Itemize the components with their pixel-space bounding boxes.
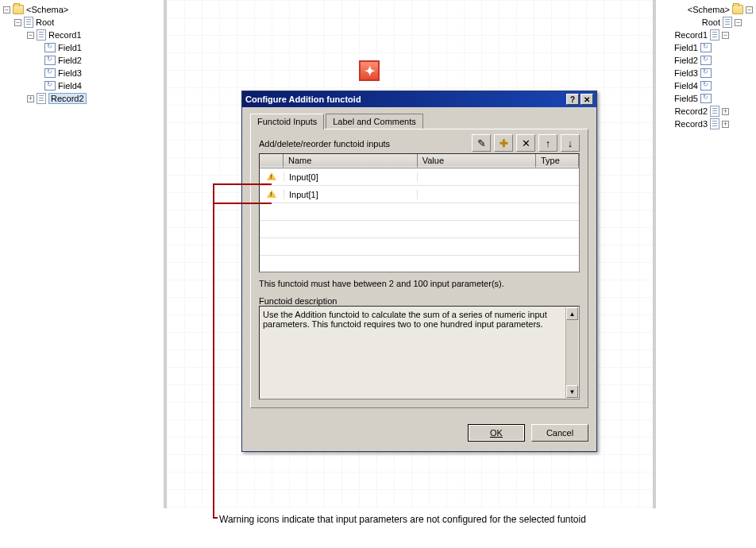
expand-toggle[interactable]: − bbox=[722, 32, 729, 39]
canvas-left-edge bbox=[164, 0, 167, 508]
schema-node-label[interactable]: <Schema> bbox=[26, 5, 68, 14]
folder-icon bbox=[13, 5, 24, 14]
expand-toggle[interactable]: + bbox=[722, 108, 729, 115]
field-icon bbox=[44, 68, 56, 78]
expand-toggle[interactable]: − bbox=[14, 19, 21, 26]
col-name[interactable]: Name bbox=[284, 154, 418, 168]
col-type[interactable]: Type bbox=[536, 154, 579, 168]
field-icon bbox=[44, 56, 56, 65]
warning-icon bbox=[267, 172, 276, 180]
field-icon bbox=[700, 81, 712, 91]
scroll-down-icon[interactable]: ▼ bbox=[566, 385, 578, 398]
record-icon bbox=[710, 118, 719, 129]
callout-line bbox=[213, 183, 272, 185]
record-icon bbox=[37, 93, 46, 104]
field-node-label[interactable]: Field4 bbox=[674, 81, 698, 91]
field-icon bbox=[700, 43, 712, 52]
callout-line bbox=[213, 203, 272, 204]
field-node-label[interactable]: Field3 bbox=[58, 68, 82, 78]
delete-input-button[interactable]: ✕ bbox=[516, 134, 535, 152]
record-icon bbox=[710, 29, 719, 41]
expand-toggle[interactable]: + bbox=[722, 121, 729, 128]
move-down-button[interactable]: ↓ bbox=[561, 134, 580, 152]
description-textarea[interactable]: Use the Addition functoid to calculate t… bbox=[259, 306, 580, 399]
schema-node-label[interactable]: <Schema> bbox=[688, 5, 730, 14]
field-node-label[interactable]: Field1 bbox=[674, 43, 698, 52]
dialog-titlebar[interactable]: Configure Addition functoid ? ✕ bbox=[242, 91, 596, 107]
field-icon bbox=[44, 43, 56, 52]
close-button[interactable]: ✕ bbox=[580, 94, 593, 105]
edit-input-button[interactable]: ✎ bbox=[472, 134, 491, 152]
record-node-label[interactable]: Record1 bbox=[674, 30, 708, 40]
callout-line bbox=[213, 517, 218, 519]
callout-caption: Warning icons indicate that input parame… bbox=[219, 513, 592, 527]
expand-toggle[interactable]: − bbox=[3, 6, 10, 14]
inputs-grid[interactable]: Name Value Type Input[0] Input[1] bbox=[259, 153, 580, 272]
col-icon[interactable] bbox=[260, 154, 284, 168]
cancel-button[interactable]: Cancel bbox=[531, 424, 588, 442]
source-schema-tree[interactable]: − <Schema> − Root − Record1 Field1 Field… bbox=[3, 3, 162, 105]
document-icon bbox=[24, 17, 33, 28]
field-icon bbox=[44, 81, 56, 91]
input-name: Input[0] bbox=[284, 172, 418, 182]
field-icon bbox=[700, 56, 712, 65]
record-icon bbox=[710, 106, 719, 117]
field-node-label[interactable]: Field3 bbox=[674, 68, 698, 78]
help-button[interactable]: ? bbox=[566, 94, 579, 105]
scroll-up-icon[interactable]: ▲ bbox=[566, 307, 578, 320]
input-name: Input[1] bbox=[284, 190, 418, 199]
move-up-button[interactable]: ↑ bbox=[538, 134, 557, 152]
record-node-label[interactable]: Record2 bbox=[674, 106, 708, 116]
record-icon bbox=[37, 29, 46, 41]
field-node-label[interactable]: Field1 bbox=[58, 43, 82, 52]
input-row[interactable]: Input[0] bbox=[260, 168, 579, 186]
ok-button[interactable]: OK bbox=[468, 424, 525, 442]
tab-functoid-inputs[interactable]: Functoid Inputs bbox=[250, 114, 324, 129]
root-node-label[interactable]: Root bbox=[702, 17, 720, 27]
expand-toggle[interactable]: − bbox=[735, 19, 742, 26]
warning-icon bbox=[267, 190, 276, 198]
dialog-title: Configure Addition functoid bbox=[245, 95, 361, 104]
field-node-label[interactable]: Field2 bbox=[58, 56, 82, 65]
expand-toggle[interactable]: − bbox=[746, 6, 753, 14]
tab-label-comments[interactable]: Label and Comments bbox=[326, 114, 423, 129]
description-label: Functoid description bbox=[259, 296, 580, 306]
configure-functoid-dialog: Configure Addition functoid ? ✕ Functoid… bbox=[241, 91, 597, 452]
callout-line bbox=[213, 183, 214, 517]
canvas-right-edge bbox=[653, 0, 656, 508]
field-icon bbox=[700, 94, 712, 103]
destination-schema-tree[interactable]: − <Schema> − Root − Record1 Field1 Field… bbox=[658, 3, 753, 130]
col-value[interactable]: Value bbox=[418, 154, 536, 168]
addition-functoid[interactable]: ✦ bbox=[359, 60, 380, 81]
field-node-label[interactable]: Field5 bbox=[674, 94, 698, 103]
root-node-label[interactable]: Root bbox=[36, 17, 54, 27]
record-node-label[interactable]: Record3 bbox=[674, 119, 708, 129]
field-icon bbox=[700, 68, 712, 78]
description-text: Use the Addition functoid to calculate t… bbox=[263, 310, 547, 329]
input-row[interactable]: Input[1] bbox=[260, 186, 579, 203]
record-node-label[interactable]: Record1 bbox=[48, 30, 82, 40]
record-node-label[interactable]: Record2 bbox=[48, 93, 87, 104]
expand-toggle[interactable]: − bbox=[27, 32, 34, 39]
parameter-hint: This functoid must have between 2 and 10… bbox=[259, 279, 580, 288]
field-node-label[interactable]: Field4 bbox=[58, 81, 82, 91]
field-node-label[interactable]: Field2 bbox=[674, 56, 698, 65]
folder-icon bbox=[732, 5, 743, 14]
expand-toggle[interactable]: + bbox=[27, 95, 34, 102]
scrollbar[interactable]: ▲ ▼ bbox=[565, 307, 578, 398]
add-input-button[interactable]: ✚ bbox=[494, 134, 513, 152]
document-icon bbox=[723, 17, 732, 28]
